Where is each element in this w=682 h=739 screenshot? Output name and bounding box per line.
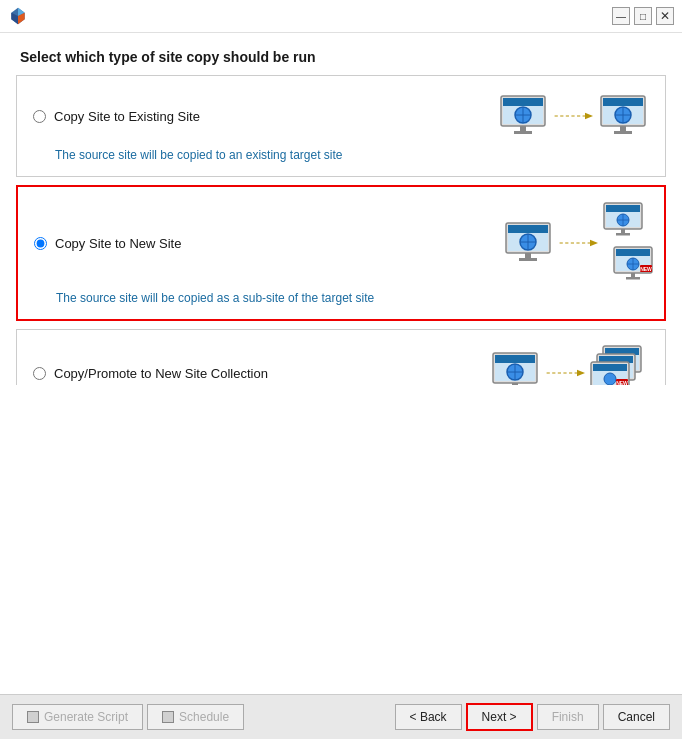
monitor-source-1	[497, 90, 549, 142]
arrow-3	[545, 367, 585, 379]
title-bar-left	[8, 6, 28, 26]
svg-rect-20	[620, 126, 626, 131]
title-bar-controls[interactable]: — □ ✕	[612, 7, 674, 25]
option-desc-1: The source site will be copied to an exi…	[55, 148, 649, 162]
svg-rect-52	[495, 355, 535, 363]
app-logo-icon	[8, 6, 28, 26]
monitor-target-new-2: NEW	[612, 245, 658, 285]
option-header-2: Copy Site to New Site	[34, 201, 648, 285]
option-copy-existing: Copy Site to Existing Site	[16, 75, 666, 177]
illustration-2: NEW	[502, 201, 648, 285]
target-monitors-2: NEW	[602, 201, 648, 285]
svg-rect-29	[519, 258, 537, 261]
svg-rect-6	[503, 98, 543, 106]
svg-rect-70	[593, 364, 627, 371]
svg-rect-28	[525, 253, 531, 258]
option-label-1[interactable]: Copy Site to Existing Site	[33, 109, 200, 124]
arrow-2	[558, 237, 598, 249]
title-bar: — □ ✕	[0, 0, 682, 33]
option-header-3: Copy/Promote to New Site Collection	[33, 344, 649, 385]
svg-rect-39	[616, 233, 630, 236]
monitor-source-2	[502, 217, 554, 269]
schedule-button[interactable]: Schedule	[147, 704, 244, 730]
option-copy-promote: Copy/Promote to New Site Collection	[16, 329, 666, 385]
radio-copy-existing[interactable]	[33, 110, 46, 123]
minimize-button[interactable]: —	[612, 7, 630, 25]
svg-marker-59	[577, 370, 585, 376]
option-copy-new: Copy Site to New Site	[16, 185, 666, 321]
option-label-2[interactable]: Copy Site to New Site	[34, 236, 181, 251]
svg-rect-38	[621, 229, 625, 233]
content-spacer	[0, 385, 682, 695]
svg-rect-24	[508, 225, 548, 233]
back-button[interactable]: < Back	[395, 704, 462, 730]
svg-marker-31	[590, 240, 598, 246]
maximize-button[interactable]: □	[634, 7, 652, 25]
svg-rect-42	[616, 249, 650, 256]
finish-button[interactable]: Finish	[537, 704, 599, 730]
site-collection-stack-3: NEW	[589, 344, 649, 385]
svg-marker-13	[585, 113, 593, 119]
options-area: Copy Site to Existing Site	[0, 75, 682, 385]
svg-rect-21	[614, 131, 632, 134]
next-button[interactable]: Next >	[466, 703, 533, 731]
generate-script-button[interactable]: Generate Script	[12, 704, 143, 730]
main-content: Select which type of site copy should be…	[0, 33, 682, 694]
page-title: Select which type of site copy should be…	[0, 33, 682, 75]
svg-rect-11	[514, 131, 532, 134]
radio-copy-new[interactable]	[34, 237, 47, 250]
illustration-3: NEW	[489, 344, 649, 385]
monitor-target-1	[597, 90, 649, 142]
svg-rect-16	[603, 98, 643, 106]
monitor-target-top-2	[602, 201, 648, 241]
svg-rect-56	[512, 383, 518, 385]
cancel-button[interactable]: Cancel	[603, 704, 670, 730]
schedule-icon	[162, 711, 174, 723]
option-desc-2: The source site will be copied as a sub-…	[56, 291, 648, 305]
monitor-source-3	[489, 347, 541, 385]
illustration-1	[497, 90, 649, 142]
close-button[interactable]: ✕	[656, 7, 674, 25]
arrow-1	[553, 110, 593, 122]
monitor-collection-front: NEW	[589, 360, 635, 385]
svg-text:NEW: NEW	[640, 266, 652, 272]
svg-text:NEW: NEW	[616, 380, 628, 385]
svg-rect-10	[520, 126, 526, 131]
generate-script-icon	[27, 711, 39, 723]
svg-rect-46	[631, 273, 635, 277]
radio-copy-promote[interactable]	[33, 367, 46, 380]
option-header-1: Copy Site to Existing Site	[33, 90, 649, 142]
option-label-3[interactable]: Copy/Promote to New Site Collection	[33, 366, 268, 381]
svg-rect-34	[606, 205, 640, 212]
svg-point-71	[604, 373, 616, 385]
svg-rect-47	[626, 277, 640, 280]
bottom-toolbar: Generate Script Schedule < Back Next > F…	[0, 694, 682, 739]
